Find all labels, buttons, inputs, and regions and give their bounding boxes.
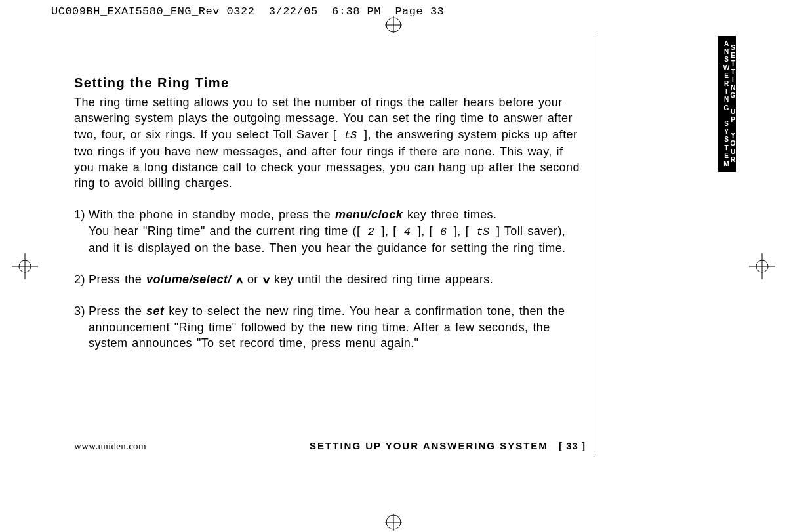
segment-2-icon: 2 xyxy=(360,226,381,238)
segment-ts-icon: tS xyxy=(336,129,364,142)
segment-4-icon: 4 xyxy=(397,226,418,238)
step-2-text-c: key until the desired ring time appears. xyxy=(270,273,493,286)
registration-mark-right-icon xyxy=(749,253,775,279)
segment-6-icon: 6 xyxy=(433,226,454,238)
section-tab-line1: SETTING UP YOUR xyxy=(729,40,736,168)
crop-mark-bottom-icon xyxy=(385,514,402,531)
up-arrow-icon: ∧ xyxy=(235,274,245,287)
down-arrow-icon: ∨ xyxy=(262,274,272,287)
step-1-text-e: ], [ xyxy=(418,224,433,237)
step-2: 2)Press the volume/select/ ∧ or ∨ key un… xyxy=(74,272,586,287)
column-divider xyxy=(594,36,594,453)
volume-select-key: volume/select/ xyxy=(146,273,232,286)
page-footer: www.uniden.com SETTING UP YOUR ANSWERING… xyxy=(74,440,586,452)
segment-ts2-icon: tS xyxy=(469,226,496,238)
registration-mark-left-icon xyxy=(12,253,38,279)
section-tab: SETTING UP YOUR ANSWERING SYSTEM xyxy=(718,36,736,172)
step-1-text-a: With the phone in standby mode, press th… xyxy=(89,208,335,221)
step-3-text-a: Press the xyxy=(89,304,146,317)
step-3-number: 3) xyxy=(74,303,89,319)
step-2-number: 2) xyxy=(74,272,89,287)
step-1-text-b: key three times. xyxy=(403,208,496,221)
footer-url: www.uniden.com xyxy=(74,441,146,452)
step-2-text-a: Press the xyxy=(89,273,146,286)
set-key: set xyxy=(146,304,164,317)
page-content: Setting the Ring Time The ring time sett… xyxy=(74,75,586,367)
step-1-text-d: ], [ xyxy=(382,224,397,237)
intro-paragraph: The ring time setting allows you to set … xyxy=(74,94,586,191)
step-1: 1)With the phone in standby mode, press … xyxy=(74,207,586,256)
footer-page-number: [ 33 ] xyxy=(559,440,586,451)
footer-section-name: SETTING UP YOUR ANSWERING SYSTEM xyxy=(310,440,548,451)
menu-clock-key: menu/clock xyxy=(335,208,403,221)
step-1-text-f: ], [ xyxy=(454,224,469,237)
step-3: 3)Press the set key to select the new ri… xyxy=(74,303,586,351)
section-tab-line2: ANSWERING SYSTEM xyxy=(723,40,729,168)
step-1-number: 1) xyxy=(74,207,89,222)
crop-mark-top-icon xyxy=(385,16,402,33)
section-title: Setting the Ring Time xyxy=(74,75,586,91)
step-2-text-b: or xyxy=(243,273,263,286)
step-1-text-c: You hear "Ring time" and the current rin… xyxy=(89,224,360,237)
